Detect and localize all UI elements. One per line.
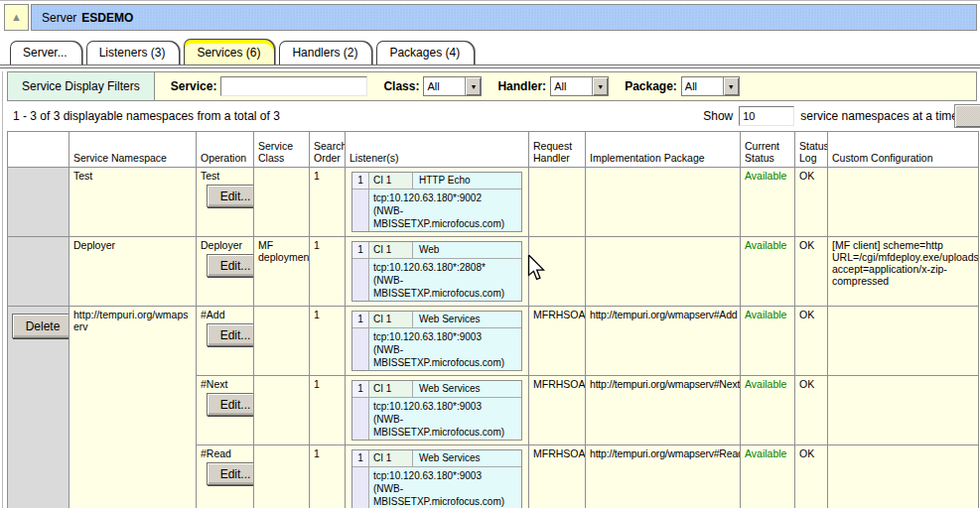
operation-name: #Next [201, 378, 249, 390]
col-current-status: Current Status [741, 132, 795, 168]
status-log-cell: OK [795, 376, 828, 445]
listener-cp: CI 1 [369, 450, 413, 466]
chevron-down-icon: ▼ [592, 77, 608, 95]
custom-config-cell [828, 307, 979, 376]
listener-name: HTTP Echo [413, 173, 521, 189]
col-search-order: Search Order [310, 132, 346, 168]
status-log-cell: OK [795, 307, 828, 376]
service-filter-input[interactable] [220, 76, 367, 96]
collapse-button[interactable]: ▲ [4, 4, 29, 31]
listener-address: tcp:10.120.63.180*:9003 (NWB-MBISSETXP.m… [369, 398, 521, 440]
handler-select[interactable]: All ▼ [550, 76, 609, 96]
operation-cell: #Add Edit... [197, 307, 254, 376]
service-class-cell [254, 168, 310, 237]
services-admin-page: ▲ Server ESDEMO Server... Listeners (3) … [0, 0, 980, 508]
table-row: Test Test Edit... 1 1 CI 1 HTTP Echo [8, 168, 979, 237]
implementation-cell [586, 168, 741, 237]
table-row: Deployer Deployer Edit... MF deployment … [8, 237, 979, 307]
custom-config-cell [828, 168, 979, 237]
listener-box[interactable]: 1 CI 1 Web Services tcp:10.120.63.180*:9… [351, 380, 522, 441]
request-handler-cell [529, 237, 586, 307]
edit-button[interactable]: Edit... [207, 254, 254, 277]
search-order-cell: 1 [310, 237, 346, 307]
listener-box[interactable]: 1 CI 1 HTTP Echo tcp:10.120.63.180*:9002… [351, 172, 522, 232]
listener-index: 1 [352, 312, 369, 327]
edit-button[interactable]: Edit... [207, 393, 254, 416]
operation-name: Test [201, 170, 249, 182]
handler-select-value: All [551, 77, 592, 95]
edit-button[interactable]: Edit... [207, 462, 254, 485]
service-display-filters-bar: Service Display Filters Service: Class: … [7, 71, 977, 101]
listener-box[interactable]: 1 CI 1 Web tcp:10.120.63.180*:2808* (NWB… [351, 241, 522, 302]
scroll-button-partial[interactable] [954, 104, 980, 128]
class-select[interactable]: All ▼ [423, 76, 482, 96]
listener-address: tcp:10.120.63.180*:9003 (NWB-MBISSETXP.m… [369, 328, 521, 370]
table-row: Delete http://tempuri.org/wmapserv #Add … [8, 307, 979, 376]
search-order-cell: 1 [310, 376, 346, 445]
chevron-down-icon: ▼ [723, 77, 739, 95]
status-badge: Available [741, 376, 795, 445]
listener-address: tcp:10.120.63.180*:9002 (NWB-MBISSETXP.m… [369, 190, 521, 231]
delete-button[interactable]: Delete [12, 314, 70, 338]
status-log-cell: OK [795, 445, 828, 508]
listener-strip [352, 398, 369, 440]
listener-endpoint: tcp:10.120.63.180*:2808* [373, 261, 521, 274]
listener-cp: CI 1 [369, 381, 413, 397]
listeners-cell: 1 CI 1 Web tcp:10.120.63.180*:2808* (NWB… [346, 237, 529, 307]
listener-box[interactable]: 1 CI 1 Web Services tcp:10.120.63.180*:9… [351, 449, 522, 508]
search-order-cell: 1 [310, 445, 346, 508]
package-select[interactable]: All ▼ [681, 76, 740, 96]
edit-button[interactable]: Edit... [207, 185, 254, 207]
listener-cp: CI 1 [369, 312, 413, 327]
listener-index: 1 [352, 381, 369, 397]
implementation-cell: http://tempuri.org/wmapserv#Next [586, 376, 741, 445]
listeners-cell: 1 CI 1 Web Services tcp:10.120.63.180*:9… [346, 445, 529, 508]
tab-handlers[interactable]: Handlers (2) [279, 41, 372, 64]
server-title-bar: ▲ Server ESDEMO [4, 4, 977, 31]
namespace-cell: http://tempuri.org/wmapserv [70, 307, 197, 508]
tab-services[interactable]: Services (6) [184, 39, 275, 64]
namespace-cell: Test [70, 168, 197, 237]
chevron-down-icon: ▼ [465, 77, 481, 95]
tab-server[interactable]: Server... [10, 41, 82, 64]
edit-button[interactable]: Edit... [207, 323, 254, 346]
listener-box[interactable]: 1 CI 1 Web Services tcp:10.120.63.180*:9… [351, 311, 522, 371]
row-actions-cell [8, 237, 70, 307]
class-filter-label: Class: [383, 79, 419, 93]
listener-strip [352, 190, 369, 231]
listener-index: 1 [352, 173, 369, 189]
service-class-cell: MF deployment [254, 237, 310, 307]
content-area: Service Display Filters Service: Class: … [2, 71, 980, 508]
service-filter-label: Service: [171, 79, 217, 93]
triangle-up-icon: ▲ [11, 12, 22, 23]
operation-cell: Test Edit... [197, 168, 254, 237]
col-implementation-package: Implementation Package [586, 132, 741, 168]
operation-cell: #Next Edit... [197, 376, 254, 445]
show-label: Show [703, 109, 733, 123]
col-custom-configuration: Custom Configuration [828, 132, 979, 168]
package-filter-label: Package: [625, 79, 677, 93]
namespace-cell: Deployer [70, 237, 197, 307]
col-service-class: Service Class [254, 132, 310, 168]
col-service-namespace: Service Namespace [70, 132, 197, 168]
tab-listeners[interactable]: Listeners (3) [86, 41, 181, 64]
request-handler-cell [529, 168, 586, 237]
show-count-input[interactable] [739, 106, 794, 126]
implementation-cell: http://tempuri.org/wmapserv#Add [586, 307, 741, 376]
listener-strip [352, 259, 369, 301]
operation-name: #Read [201, 447, 249, 459]
operation-name: Deployer [201, 239, 249, 251]
custom-config-cell [828, 376, 979, 445]
operation-cell: #Read Edit... [197, 445, 254, 508]
col-listeners: Listener(s) [346, 132, 529, 168]
listener-host: (NWB-MBISSETXP.microfocus.com) [373, 413, 521, 439]
status-badge: Available [741, 168, 795, 237]
show-suffix: service namespaces at a time [800, 109, 958, 123]
page-title: Server ESDEMO [31, 4, 977, 31]
request-handler-cell: MFRHSOAP [529, 307, 586, 376]
listener-host: (NWB-MBISSETXP.microfocus.com) [373, 343, 521, 369]
listener-cp: CI 1 [369, 173, 413, 189]
tab-packages[interactable]: Packages (4) [376, 41, 475, 64]
operation-name: #Add [201, 309, 249, 320]
listeners-cell: 1 CI 1 HTTP Echo tcp:10.120.63.180*:9002… [346, 168, 529, 237]
